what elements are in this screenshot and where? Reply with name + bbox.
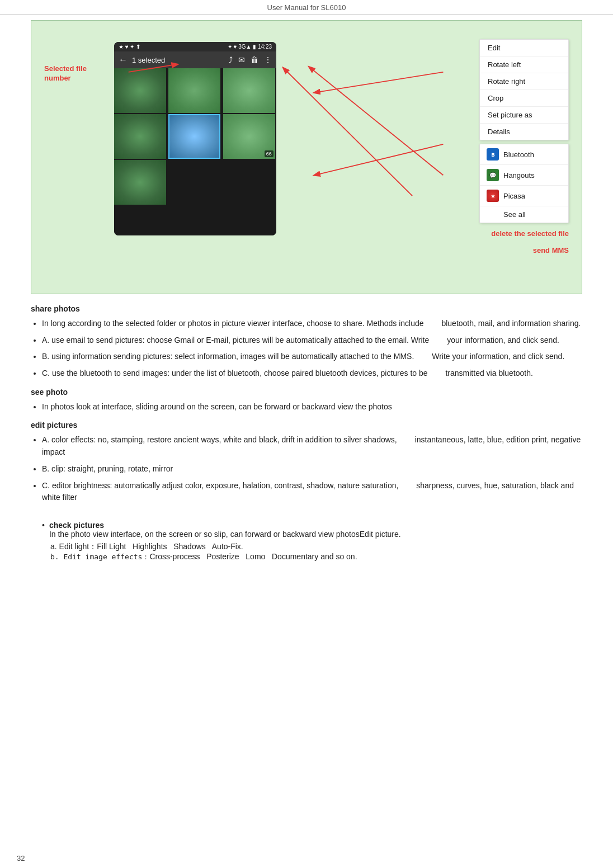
svg-line-3: [283, 68, 412, 196]
share-bullet-3-indent: Write your information, and click send.: [416, 352, 564, 361]
screenshot-container: Selected file number ★ ♥ ✦ ⬆ ✦ ♥ 3G▲ ▮ 1…: [31, 20, 582, 294]
share-bullet-2: A. use email to send pictures: choose Gm…: [42, 334, 582, 347]
mail-icon[interactable]: ✉: [238, 55, 245, 64]
check-pictures-para1: In the photo view interface, on the scre…: [49, 530, 401, 539]
share-icon[interactable]: ⤴: [229, 55, 233, 64]
share-bullet-3: B. using information sending pictures: s…: [42, 351, 582, 363]
delete-icon[interactable]: 🗑: [251, 55, 258, 64]
photo-cell-7[interactable]: [114, 160, 166, 205]
bluetooth-icon: ʙ: [487, 148, 499, 161]
bullet-symbol: •: [42, 521, 45, 539]
svg-line-5: [314, 144, 444, 175]
photo-grid: 66: [114, 68, 276, 205]
see-photo-heading: see photo: [31, 388, 582, 397]
status-icons-left: ★ ♥ ✦ ⬆: [119, 44, 140, 50]
edit-pictures-heading: edit pictures: [31, 421, 582, 430]
edit-context-menu: Edit Rotate left Rotate right Crop Set p…: [479, 39, 569, 140]
delete-annotation: delete the selected file: [479, 229, 569, 238]
edit-pictures-list: A. color effects: no, stamping, restore …: [42, 434, 582, 503]
check-pictures-edit-light: a. Edit light：Fill Light Highlights Shad…: [42, 542, 582, 552]
menu-item-crop[interactable]: Crop: [480, 90, 568, 107]
photo-number-badge: 66: [265, 150, 274, 157]
see-photo-section: see photo In photos look at interface, s…: [31, 388, 582, 413]
share-photos-list: In long according to the selected folder…: [42, 318, 582, 380]
share-bullet-4-indent: transmitted via bluetooth.: [430, 369, 532, 378]
share-bullet-2-indent: your information, and click send.: [431, 336, 559, 345]
bluetooth-label: Bluetooth: [503, 150, 534, 159]
phone-mockup: ★ ♥ ✦ ⬆ ✦ ♥ 3G▲ ▮ 14:23 ← 1 selected ⤴ ✉…: [114, 42, 276, 235]
check-pictures-bullet: • check pictures In the photo view inter…: [42, 521, 582, 539]
photo-cell-8[interactable]: [168, 160, 220, 205]
svg-line-2: [309, 67, 444, 176]
check-pictures-block: • check pictures In the photo view inter…: [42, 521, 582, 562]
edit-pictures-section: edit pictures A. color effects: no, stam…: [31, 421, 582, 503]
picasa-icon: ★: [487, 190, 499, 202]
share-photos-heading: share photos: [31, 304, 582, 313]
edit-effects-monospace: b. Edit image effects：: [50, 553, 149, 561]
share-item-bluetooth[interactable]: ʙ Bluetooth: [480, 144, 568, 165]
see-photo-list: In photos look at interface, sliding aro…: [42, 401, 582, 413]
photo-cell-6[interactable]: 66: [223, 114, 275, 159]
share-bullet-4: C. use the bluetooth to send images: und…: [42, 367, 582, 380]
check-pictures-heading: check pictures: [49, 521, 104, 530]
check-pictures-edit-effects: b. Edit image effects：Cross-process Post…: [42, 552, 582, 562]
menu-item-edit[interactable]: Edit: [480, 40, 568, 56]
menu-item-set-picture[interactable]: Set picture as: [480, 107, 568, 124]
see-photo-bullet-1: In photos look at interface, sliding aro…: [42, 401, 582, 413]
edit-bullet-2: B. clip: straight, pruning, rotate, mirr…: [42, 463, 582, 475]
edit-bullet-3-indent: sharpness, curves, hue, saturation, blac…: [42, 481, 574, 502]
page-number: 32: [17, 854, 25, 862]
see-all-label: See all: [487, 210, 526, 219]
menu-item-rotate-left[interactable]: Rotate left: [480, 56, 568, 73]
annotation-selected-file: Selected file number: [44, 64, 87, 83]
photo-cell-4[interactable]: [114, 114, 166, 159]
phone-toolbar[interactable]: ← 1 selected ⤴ ✉ 🗑 ⋮: [114, 51, 276, 68]
edit-bullet-3: C. editor brightness: automatically adju…: [42, 480, 582, 504]
photo-cell-5[interactable]: [168, 114, 220, 159]
photo-cell-3[interactable]: [223, 68, 275, 113]
check-pictures-section: • check pictures In the photo view inter…: [31, 521, 582, 562]
selected-count-label: 1 selected: [132, 56, 224, 64]
photo-cell-1[interactable]: [114, 68, 166, 113]
menu-item-rotate-right[interactable]: Rotate right: [480, 73, 568, 90]
back-button[interactable]: ←: [119, 55, 128, 65]
photo-cell-2[interactable]: [168, 68, 220, 113]
share-item-see-all[interactable]: See all: [480, 206, 568, 223]
toolbar-icons[interactable]: ⤴ ✉ 🗑 ⋮: [229, 55, 272, 64]
share-photos-section: share photos In long according to the se…: [31, 304, 582, 380]
status-icons-right: ✦ ♥ 3G▲ ▮ 14:23: [228, 44, 272, 50]
share-context-menu: ʙ Bluetooth 💬 Hangouts ★ Picasa See all: [479, 144, 569, 223]
share-item-hangouts[interactable]: 💬 Hangouts: [480, 165, 568, 186]
more-icon[interactable]: ⋮: [264, 55, 272, 64]
menu-item-details[interactable]: Details: [480, 124, 568, 140]
svg-line-4: [314, 72, 444, 93]
photo-cell-9[interactable]: [223, 160, 275, 205]
send-annotation: send MMS: [479, 246, 569, 254]
edit-bullet-1-indent: instantaneous, latte, blue, edition prin…: [42, 435, 581, 456]
edit-bullet-1: A. color effects: no, stamping, restore …: [42, 434, 582, 458]
picasa-label: Picasa: [503, 192, 525, 200]
phone-status-bar: ★ ♥ ✦ ⬆ ✦ ♥ 3G▲ ▮ 14:23: [114, 42, 276, 51]
page-title: User Manual for SL6010: [0, 0, 613, 15]
share-bullet-1-indent: bluetooth, mail, and information sharing…: [426, 319, 581, 328]
share-bullet-1: In long according to the selected folder…: [42, 318, 582, 330]
hangouts-icon: 💬: [487, 169, 499, 181]
hangouts-label: Hangouts: [503, 171, 535, 180]
share-item-picasa[interactable]: ★ Picasa: [480, 186, 568, 206]
